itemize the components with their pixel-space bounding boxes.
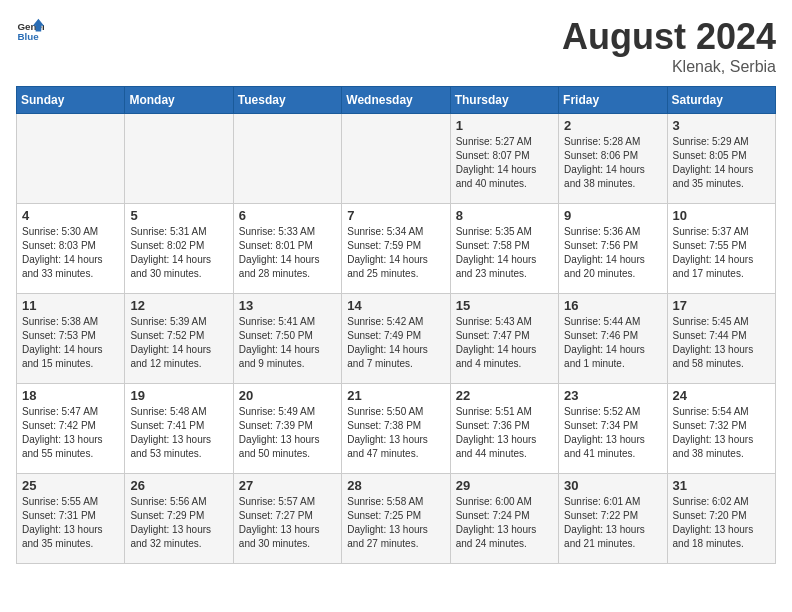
calendar-week-row: 11Sunrise: 5:38 AM Sunset: 7:53 PM Dayli… — [17, 294, 776, 384]
calendar-cell: 12Sunrise: 5:39 AM Sunset: 7:52 PM Dayli… — [125, 294, 233, 384]
day-number: 20 — [239, 388, 336, 403]
day-info: Sunrise: 5:38 AM Sunset: 7:53 PM Dayligh… — [22, 315, 119, 371]
calendar-cell: 25Sunrise: 5:55 AM Sunset: 7:31 PM Dayli… — [17, 474, 125, 564]
calendar-cell: 18Sunrise: 5:47 AM Sunset: 7:42 PM Dayli… — [17, 384, 125, 474]
day-number: 15 — [456, 298, 553, 313]
col-thursday: Thursday — [450, 87, 558, 114]
day-number: 16 — [564, 298, 661, 313]
calendar-cell: 28Sunrise: 5:58 AM Sunset: 7:25 PM Dayli… — [342, 474, 450, 564]
col-saturday: Saturday — [667, 87, 775, 114]
day-info: Sunrise: 5:28 AM Sunset: 8:06 PM Dayligh… — [564, 135, 661, 191]
calendar-week-row: 18Sunrise: 5:47 AM Sunset: 7:42 PM Dayli… — [17, 384, 776, 474]
calendar-cell: 29Sunrise: 6:00 AM Sunset: 7:24 PM Dayli… — [450, 474, 558, 564]
day-number: 22 — [456, 388, 553, 403]
calendar-header-row: Sunday Monday Tuesday Wednesday Thursday… — [17, 87, 776, 114]
day-number: 1 — [456, 118, 553, 133]
month-year-title: August 2024 — [562, 16, 776, 58]
calendar-cell: 1Sunrise: 5:27 AM Sunset: 8:07 PM Daylig… — [450, 114, 558, 204]
day-info: Sunrise: 5:45 AM Sunset: 7:44 PM Dayligh… — [673, 315, 770, 371]
calendar-cell: 14Sunrise: 5:42 AM Sunset: 7:49 PM Dayli… — [342, 294, 450, 384]
day-info: Sunrise: 5:33 AM Sunset: 8:01 PM Dayligh… — [239, 225, 336, 281]
day-number: 23 — [564, 388, 661, 403]
day-info: Sunrise: 5:47 AM Sunset: 7:42 PM Dayligh… — [22, 405, 119, 461]
day-info: Sunrise: 5:35 AM Sunset: 7:58 PM Dayligh… — [456, 225, 553, 281]
day-number: 7 — [347, 208, 444, 223]
calendar-week-row: 25Sunrise: 5:55 AM Sunset: 7:31 PM Dayli… — [17, 474, 776, 564]
day-number: 28 — [347, 478, 444, 493]
col-friday: Friday — [559, 87, 667, 114]
calendar-cell: 24Sunrise: 5:54 AM Sunset: 7:32 PM Dayli… — [667, 384, 775, 474]
day-number: 13 — [239, 298, 336, 313]
col-wednesday: Wednesday — [342, 87, 450, 114]
day-info: Sunrise: 6:01 AM Sunset: 7:22 PM Dayligh… — [564, 495, 661, 551]
day-info: Sunrise: 5:44 AM Sunset: 7:46 PM Dayligh… — [564, 315, 661, 371]
calendar-cell: 8Sunrise: 5:35 AM Sunset: 7:58 PM Daylig… — [450, 204, 558, 294]
day-number: 24 — [673, 388, 770, 403]
day-info: Sunrise: 5:43 AM Sunset: 7:47 PM Dayligh… — [456, 315, 553, 371]
logo-icon: General Blue — [16, 16, 44, 44]
day-number: 8 — [456, 208, 553, 223]
day-info: Sunrise: 5:50 AM Sunset: 7:38 PM Dayligh… — [347, 405, 444, 461]
col-sunday: Sunday — [17, 87, 125, 114]
day-info: Sunrise: 6:02 AM Sunset: 7:20 PM Dayligh… — [673, 495, 770, 551]
calendar-cell: 17Sunrise: 5:45 AM Sunset: 7:44 PM Dayli… — [667, 294, 775, 384]
logo: General Blue — [16, 16, 44, 44]
day-info: Sunrise: 5:39 AM Sunset: 7:52 PM Dayligh… — [130, 315, 227, 371]
day-info: Sunrise: 5:57 AM Sunset: 7:27 PM Dayligh… — [239, 495, 336, 551]
day-info: Sunrise: 5:56 AM Sunset: 7:29 PM Dayligh… — [130, 495, 227, 551]
day-number: 31 — [673, 478, 770, 493]
day-info: Sunrise: 5:58 AM Sunset: 7:25 PM Dayligh… — [347, 495, 444, 551]
location-subtitle: Klenak, Serbia — [562, 58, 776, 76]
calendar-cell: 7Sunrise: 5:34 AM Sunset: 7:59 PM Daylig… — [342, 204, 450, 294]
day-info: Sunrise: 5:49 AM Sunset: 7:39 PM Dayligh… — [239, 405, 336, 461]
calendar-cell: 27Sunrise: 5:57 AM Sunset: 7:27 PM Dayli… — [233, 474, 341, 564]
day-number: 9 — [564, 208, 661, 223]
col-tuesday: Tuesday — [233, 87, 341, 114]
calendar-cell: 31Sunrise: 6:02 AM Sunset: 7:20 PM Dayli… — [667, 474, 775, 564]
day-number: 14 — [347, 298, 444, 313]
day-number: 21 — [347, 388, 444, 403]
col-monday: Monday — [125, 87, 233, 114]
calendar-cell: 2Sunrise: 5:28 AM Sunset: 8:06 PM Daylig… — [559, 114, 667, 204]
calendar-table: Sunday Monday Tuesday Wednesday Thursday… — [16, 86, 776, 564]
calendar-cell: 19Sunrise: 5:48 AM Sunset: 7:41 PM Dayli… — [125, 384, 233, 474]
calendar-cell: 3Sunrise: 5:29 AM Sunset: 8:05 PM Daylig… — [667, 114, 775, 204]
day-info: Sunrise: 5:55 AM Sunset: 7:31 PM Dayligh… — [22, 495, 119, 551]
calendar-cell: 13Sunrise: 5:41 AM Sunset: 7:50 PM Dayli… — [233, 294, 341, 384]
calendar-cell: 23Sunrise: 5:52 AM Sunset: 7:34 PM Dayli… — [559, 384, 667, 474]
day-info: Sunrise: 5:34 AM Sunset: 7:59 PM Dayligh… — [347, 225, 444, 281]
day-info: Sunrise: 5:27 AM Sunset: 8:07 PM Dayligh… — [456, 135, 553, 191]
calendar-cell: 22Sunrise: 5:51 AM Sunset: 7:36 PM Dayli… — [450, 384, 558, 474]
calendar-cell — [125, 114, 233, 204]
calendar-cell: 30Sunrise: 6:01 AM Sunset: 7:22 PM Dayli… — [559, 474, 667, 564]
calendar-cell: 15Sunrise: 5:43 AM Sunset: 7:47 PM Dayli… — [450, 294, 558, 384]
day-number: 18 — [22, 388, 119, 403]
calendar-cell: 4Sunrise: 5:30 AM Sunset: 8:03 PM Daylig… — [17, 204, 125, 294]
day-info: Sunrise: 5:29 AM Sunset: 8:05 PM Dayligh… — [673, 135, 770, 191]
day-info: Sunrise: 5:52 AM Sunset: 7:34 PM Dayligh… — [564, 405, 661, 461]
calendar-cell: 21Sunrise: 5:50 AM Sunset: 7:38 PM Dayli… — [342, 384, 450, 474]
day-number: 3 — [673, 118, 770, 133]
day-number: 11 — [22, 298, 119, 313]
day-number: 5 — [130, 208, 227, 223]
calendar-cell — [17, 114, 125, 204]
calendar-cell: 10Sunrise: 5:37 AM Sunset: 7:55 PM Dayli… — [667, 204, 775, 294]
calendar-cell: 9Sunrise: 5:36 AM Sunset: 7:56 PM Daylig… — [559, 204, 667, 294]
calendar-cell: 6Sunrise: 5:33 AM Sunset: 8:01 PM Daylig… — [233, 204, 341, 294]
day-info: Sunrise: 5:36 AM Sunset: 7:56 PM Dayligh… — [564, 225, 661, 281]
calendar-week-row: 1Sunrise: 5:27 AM Sunset: 8:07 PM Daylig… — [17, 114, 776, 204]
day-number: 12 — [130, 298, 227, 313]
day-info: Sunrise: 5:37 AM Sunset: 7:55 PM Dayligh… — [673, 225, 770, 281]
calendar-week-row: 4Sunrise: 5:30 AM Sunset: 8:03 PM Daylig… — [17, 204, 776, 294]
day-number: 27 — [239, 478, 336, 493]
day-info: Sunrise: 5:51 AM Sunset: 7:36 PM Dayligh… — [456, 405, 553, 461]
calendar-cell: 11Sunrise: 5:38 AM Sunset: 7:53 PM Dayli… — [17, 294, 125, 384]
title-area: August 2024 Klenak, Serbia — [562, 16, 776, 76]
day-info: Sunrise: 5:41 AM Sunset: 7:50 PM Dayligh… — [239, 315, 336, 371]
day-info: Sunrise: 5:42 AM Sunset: 7:49 PM Dayligh… — [347, 315, 444, 371]
calendar-cell: 16Sunrise: 5:44 AM Sunset: 7:46 PM Dayli… — [559, 294, 667, 384]
svg-text:Blue: Blue — [17, 31, 39, 42]
calendar-cell — [342, 114, 450, 204]
day-number: 10 — [673, 208, 770, 223]
day-info: Sunrise: 5:31 AM Sunset: 8:02 PM Dayligh… — [130, 225, 227, 281]
